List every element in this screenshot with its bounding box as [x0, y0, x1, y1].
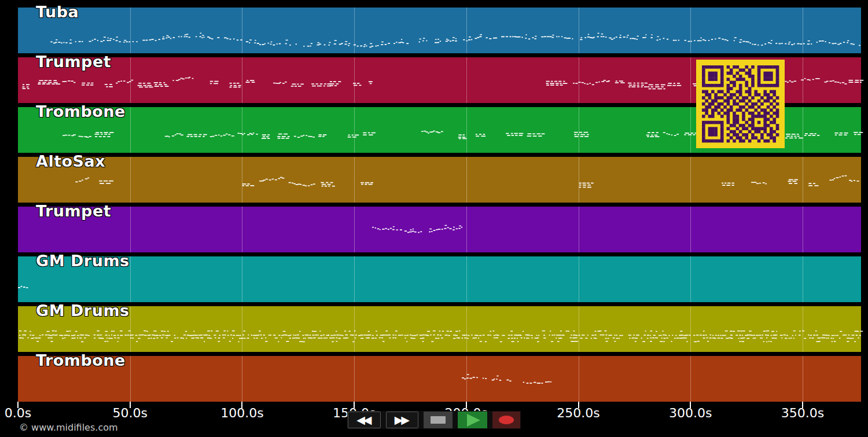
stop-icon: [431, 416, 446, 424]
play-icon: [467, 414, 480, 427]
qr-code-overlay: [696, 60, 785, 148]
play-button[interactable]: [458, 412, 488, 428]
stop-button[interactable]: [424, 412, 453, 428]
fast-forward-icon: ▶▶: [395, 414, 410, 425]
record-icon: [499, 416, 514, 424]
transport-controls: ◀◀ ▶▶: [347, 411, 521, 429]
midi-player-app: TubaTrumpetTromboneAltoSaxTrumpetGM Drum…: [0, 0, 868, 437]
record-button[interactable]: [492, 412, 520, 428]
fast-forward-button[interactable]: ▶▶: [386, 412, 419, 428]
rewind-icon: ◀◀: [356, 414, 372, 425]
rewind-button[interactable]: ◀◀: [348, 412, 381, 428]
